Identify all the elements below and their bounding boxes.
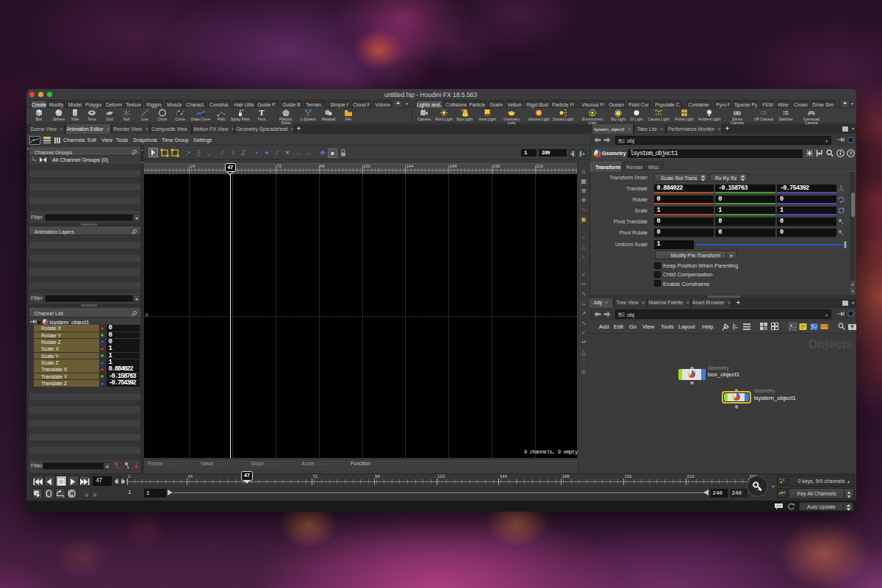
svg-text:?: ?	[849, 151, 852, 156]
